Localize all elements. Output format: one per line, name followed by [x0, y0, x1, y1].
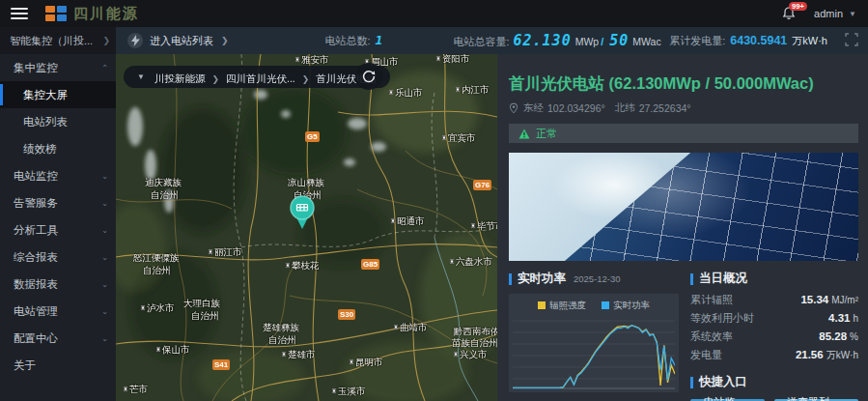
org-selector[interactable]: 智能集控（川投... ❯	[0, 27, 116, 54]
map-place-label: 自治州	[143, 265, 171, 277]
user-menu[interactable]: admin	[814, 8, 843, 19]
map-place-label: 怒江傈僳族	[133, 252, 180, 265]
user-caret-icon[interactable]: ▼	[849, 10, 856, 18]
org-selector-label: 智能集控（川投...	[10, 34, 102, 48]
map-place-label: 迪庆藏族	[145, 177, 182, 189]
map-place-label: 兴义市	[454, 349, 488, 361]
map-place-label: 自治州	[268, 334, 296, 347]
sidebar-item-11[interactable]: 关于	[0, 352, 116, 379]
sidebar-item-4[interactable]: 电站监控⌄	[0, 162, 116, 189]
breadcrumb-item-1[interactable]: 四川首川光伏...	[226, 72, 295, 84]
sidebar-item-6[interactable]: 分析工具⌄	[0, 216, 116, 243]
road-shield-S41: S41	[212, 359, 230, 370]
map-place-label: 大理白族	[183, 298, 220, 310]
map-place-label: 毕节市	[471, 220, 497, 233]
station-photo	[509, 153, 858, 261]
hamburger-menu-icon[interactable]	[11, 8, 28, 19]
chart-date: 2025-12-30	[574, 273, 621, 284]
map-place-label: 昭通市	[391, 215, 425, 228]
map-canvas[interactable]: 雅安市眉山市资阳市乐山市内江市宜宾市迪庆藏族自治州凉山彝族自治州毕节市昭通市丽江…	[116, 54, 497, 401]
section-accent-bar	[690, 273, 693, 285]
chart-line-实时功率	[513, 326, 675, 388]
chevron-down-icon: ⌄	[101, 334, 108, 343]
stat-row-1: 等效利用小时4.31h	[690, 311, 858, 329]
map-place-label: 芒市	[124, 384, 148, 396]
chevron-down-icon: ⌄	[101, 199, 108, 208]
legend-swatch-yellow	[538, 301, 546, 309]
kpi-bar: 进入电站列表 ❯ 电站总数: 1 电站总容量: 62.130 MWp / 50 …	[116, 27, 868, 54]
map-place-label: 凉山彝族	[288, 177, 324, 189]
legend-power[interactable]: 实时功率	[602, 300, 650, 312]
sidebar-item-5[interactable]: 告警服务⌄	[0, 189, 116, 216]
map-breadcrumb: ▼ 川投新能源❯四川首川光伏...❯首川光伏电站	[124, 66, 390, 88]
chevron-down-icon[interactable]: ▼	[137, 72, 145, 81]
legend-irradiance[interactable]: 辐照强度	[538, 300, 586, 312]
breadcrumb-item-0[interactable]: 川投新能源	[154, 72, 206, 84]
enter-station-list-button[interactable]: 进入电站列表 ❯	[127, 33, 229, 48]
notification-bell-icon[interactable]: 99+	[779, 4, 798, 23]
latitude-value: 27.252634°	[639, 102, 691, 114]
sidebar-item-2[interactable]: 电站列表	[0, 108, 116, 135]
map-place-label: 楚雄市	[282, 349, 316, 361]
capacity-mwp-value: 62.130	[514, 32, 572, 49]
logo-icon	[45, 6, 67, 21]
sidebar-item-0[interactable]: 集中监控⌃	[0, 54, 116, 81]
stat-row-2: 系统效率85.28%	[690, 329, 858, 348]
quick-entry-title: 快捷入口	[699, 374, 747, 390]
fullscreen-icon[interactable]	[845, 33, 858, 48]
map-place-label: 楚雄彝族	[263, 322, 299, 334]
road-shield-S30: S30	[338, 309, 355, 320]
map-place-label: 昆明市	[350, 357, 383, 369]
chevron-down-icon: ⌄	[101, 307, 108, 316]
map-place-label: 乐山市	[389, 87, 423, 100]
map-place-label: 自治州	[151, 189, 179, 202]
chevron-up-icon: ⌃	[101, 64, 108, 72]
lightning-icon	[127, 33, 143, 48]
section-accent-bar	[509, 273, 512, 285]
realtime-power-chart[interactable]: 辐照强度 实时功率	[509, 294, 679, 392]
chevron-down-icon: ⌄	[101, 280, 108, 289]
map-place-label: 玉溪市	[332, 386, 366, 398]
road-shield-G76: G76	[473, 180, 491, 190]
station-count-value: 1	[376, 33, 384, 47]
sidebar-item-1[interactable]: 集控大屏	[0, 81, 116, 108]
breadcrumb-separator: ❯	[302, 74, 310, 84]
total-generation: 累计发电量: 6430.5941 万kW·h	[669, 34, 827, 48]
notification-badge: 99+	[789, 2, 807, 11]
sidebar-item-3[interactable]: 绩效榜	[0, 135, 116, 162]
map-place-label: 资阳市	[436, 54, 470, 66]
sidebar-item-7[interactable]: 综合报表⌄	[0, 243, 116, 271]
map-refresh-button[interactable]	[355, 63, 382, 90]
chevron-down-icon: ⌄	[101, 253, 108, 262]
map-place-label: 曲靖市	[394, 322, 428, 334]
station-title: 首川光伏电站 (62.130MWp / 50.000MWac)	[509, 73, 858, 95]
sidebar-item-9[interactable]: 电站管理⌄	[0, 298, 116, 325]
chevron-down-icon: ⌄	[101, 172, 108, 181]
stat-row-0: 累计辐照15.34MJ/m²	[690, 293, 858, 311]
logo-text: 四川能源	[73, 5, 139, 23]
brand-logo: 四川能源	[45, 5, 139, 23]
station-count: 电站总数: 1	[325, 33, 384, 48]
location-pin-icon	[509, 102, 518, 114]
map-place-label: 六盘水市	[450, 256, 492, 269]
sidebar-item-8[interactable]: 数据报表⌄	[0, 271, 116, 298]
chevron-right-icon: ❯	[102, 36, 110, 45]
road-shield-G5: G5	[305, 131, 320, 142]
station-coordinates: 东经102.034296° 北纬27.252634°	[509, 101, 858, 115]
stat-row-3: 发电量21.56万kW·h	[690, 348, 858, 366]
section-accent-bar	[690, 377, 693, 388]
capacity-mwac-value: 50	[609, 32, 629, 49]
station-map-pin[interactable]	[288, 195, 317, 238]
today-overview-title: 当日概况	[699, 271, 747, 287]
today-stats: 累计辐照15.34MJ/m²等效利用小时4.31h系统效率85.28%发电量21…	[690, 293, 858, 366]
sidebar-nav: 集中监控⌃集控大屏电站列表绩效榜电站监控⌄告警服务⌄分析工具⌄综合报表⌄数据报表…	[0, 54, 116, 401]
chart-plot-area	[513, 313, 675, 390]
top-header: 四川能源 99+ admin ▼	[0, 0, 868, 27]
sidebar-item-10[interactable]: 配置中心⌄	[0, 325, 116, 352]
map-place-label: 雅安市	[295, 54, 329, 67]
map-place-label: 攀枝花	[286, 260, 320, 272]
map-place-label: 宜宾市	[442, 132, 476, 145]
status-badge: 正常	[536, 127, 557, 141]
longitude-value: 102.034296°	[547, 102, 605, 114]
station-detail-panel: 首川光伏电站 (62.130MWp / 50.000MWac) 东经102.03…	[497, 54, 868, 401]
